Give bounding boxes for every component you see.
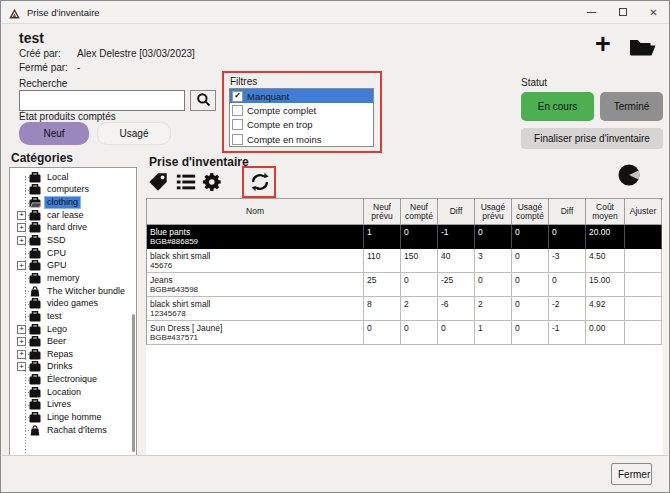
closed-by-value: - (77, 62, 80, 73)
filter-option[interactable]: Compte en moins (230, 132, 373, 146)
maximize-button[interactable] (607, 1, 638, 23)
close-button[interactable]: Fermer (611, 463, 652, 485)
add-button[interactable]: + (590, 30, 616, 58)
table-row[interactable]: black shirt small 12345678 8 2 -6 2 0 -2… (147, 297, 663, 321)
column-header[interactable]: Coût moyen (586, 199, 625, 225)
checkbox-icon[interactable] (232, 91, 243, 102)
footer-bar: Fermer (2, 455, 668, 491)
table-row[interactable]: Blue pants BGB#886859 1 0 -1 0 0 0 20.00 (147, 225, 663, 249)
column-header[interactable]: Ajuster (625, 199, 662, 225)
product-name: Blue pants (150, 227, 360, 237)
cell-neuf-compte: 0 (401, 225, 438, 249)
neuf-toggle-button[interactable]: Neuf (19, 122, 89, 145)
tree-gutter (14, 323, 29, 336)
status-termine-button[interactable]: Terminé (600, 92, 663, 121)
column-header[interactable]: Diff (438, 199, 475, 225)
checkbox-icon[interactable] (232, 134, 243, 145)
cell-diff-neuf: -1 (438, 225, 475, 249)
gear-icon[interactable] (200, 170, 224, 194)
column-header[interactable]: Usagé compté (512, 199, 549, 225)
finalize-inventory-button[interactable]: Finaliser prise d'inventaire (521, 128, 663, 149)
cell-diff-neuf: -25 (438, 273, 475, 297)
expand-plus-icon[interactable] (17, 236, 26, 245)
tag-icon[interactable] (146, 170, 170, 194)
close-icon[interactable] (638, 1, 669, 23)
usage-toggle-button[interactable]: Usagé (97, 122, 171, 145)
column-header[interactable]: Diff (549, 199, 586, 225)
category-item[interactable]: Lego (10, 323, 136, 336)
cell-ajuster[interactable] (625, 273, 662, 297)
search-input[interactable] (19, 90, 185, 111)
category-item[interactable]: Drinks (10, 361, 136, 374)
open-folder-icon[interactable] (629, 37, 656, 58)
category-item[interactable]: Livres (10, 399, 136, 412)
category-item[interactable]: memory (10, 272, 136, 285)
category-item[interactable]: GPU (10, 259, 136, 272)
folder-icon (29, 311, 41, 322)
expand-plus-icon[interactable] (17, 362, 26, 371)
table-row[interactable]: Jeans BGB#643598 25 0 -25 0 0 0 15.00 (147, 273, 663, 297)
category-item[interactable]: hard drive (10, 222, 136, 235)
table-row[interactable]: Sun Dress [ Jaune] BGB#437571 0 0 0 1 0 … (147, 321, 663, 345)
category-item[interactable]: video games (10, 297, 136, 310)
cell-ajuster[interactable] (625, 297, 662, 321)
category-item[interactable]: CPU (10, 247, 136, 260)
category-label: Repas (45, 349, 75, 360)
folder-icon (29, 222, 41, 233)
category-item[interactable]: Repas (10, 348, 136, 361)
filter-option[interactable]: Compte complet (230, 103, 373, 117)
cell-neuf-compte: 0 (401, 273, 438, 297)
folder-icon (29, 412, 41, 423)
category-item[interactable]: Beer (10, 335, 136, 348)
bag-icon (29, 425, 41, 436)
expand-plus-icon[interactable] (17, 325, 26, 334)
category-item[interactable]: computers (10, 184, 136, 197)
window-title: Prise d'inventaire (27, 7, 100, 18)
category-item[interactable]: SSD (10, 234, 136, 247)
expand-plus-icon[interactable] (17, 261, 26, 270)
refresh-icon[interactable] (248, 170, 272, 194)
category-item[interactable]: Linge homme (10, 411, 136, 424)
column-header[interactable]: Usagé prévu (475, 199, 512, 225)
category-item[interactable]: car lease (10, 209, 136, 222)
column-header[interactable]: Neuf compté (401, 199, 438, 225)
category-label: Linge homme (45, 412, 104, 423)
expand-plus-icon[interactable] (17, 211, 26, 220)
folder-icon (29, 361, 41, 372)
tree-gutter (14, 361, 29, 374)
table-row[interactable]: black shirt small 45676 110 150 40 3 0 -… (147, 249, 663, 273)
expand-plus-icon[interactable] (17, 350, 26, 359)
search-button[interactable] (190, 90, 216, 111)
category-item[interactable]: The Witcher bundle (10, 285, 136, 298)
expand-plus-icon[interactable] (17, 223, 26, 232)
category-item[interactable]: test (10, 310, 136, 323)
list-icon[interactable] (174, 170, 198, 194)
tree-vertical-scrollbar[interactable] (132, 314, 135, 452)
cell-ajuster[interactable] (625, 321, 662, 345)
search-icon (196, 92, 211, 110)
filter-option[interactable]: Compte en trop (230, 118, 373, 132)
column-header[interactable]: Nom (147, 199, 364, 225)
filter-option[interactable]: Manquant (230, 89, 373, 103)
cell-ajuster[interactable] (625, 249, 662, 273)
cell-diff-usage: 0 (549, 273, 586, 297)
pie-chart-icon[interactable] (617, 163, 641, 187)
expand-plus-icon[interactable] (17, 337, 26, 346)
cell-ajuster[interactable] (625, 225, 662, 249)
cell-cout-moyen: 15.00 (586, 273, 625, 297)
minimize-button[interactable] (576, 1, 607, 23)
status-en-cours-button[interactable]: En cours (521, 92, 594, 121)
product-code: BGB#643598 (150, 285, 360, 295)
category-label: Beer (45, 336, 68, 347)
tree-gutter (14, 259, 29, 272)
category-item[interactable]: Rachat d'îtems (10, 424, 136, 437)
category-item[interactable]: Location (10, 386, 136, 399)
category-item[interactable]: clothing (10, 196, 136, 209)
checkbox-icon[interactable] (232, 119, 243, 130)
category-item[interactable]: Électronique (10, 373, 136, 386)
category-label: CPU (45, 248, 68, 259)
checkbox-icon[interactable] (232, 105, 243, 116)
category-item[interactable]: Local (10, 171, 136, 184)
column-header[interactable]: Neuf prévu (364, 199, 401, 225)
filters-label: Filtres (230, 76, 257, 87)
